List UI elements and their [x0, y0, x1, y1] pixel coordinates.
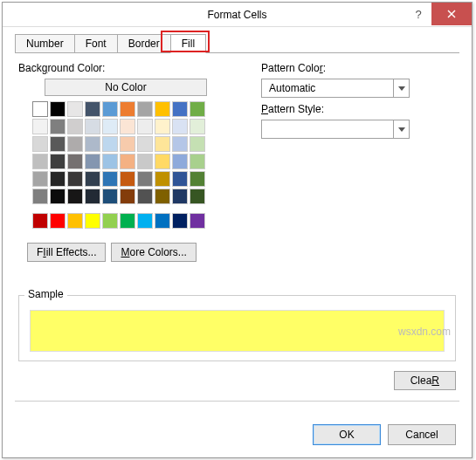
color-swatch[interactable] [102, 101, 118, 117]
color-swatch[interactable] [67, 189, 83, 204]
color-swatch[interactable] [137, 171, 153, 187]
color-swatch[interactable] [67, 119, 83, 134]
cancel-button[interactable]: Cancel [388, 424, 456, 445]
color-swatch[interactable] [67, 171, 83, 187]
dialog-buttons: OK Cancel [313, 424, 456, 445]
tab-font[interactable]: Font [74, 34, 118, 53]
color-swatch[interactable] [85, 154, 100, 169]
color-swatch[interactable] [120, 213, 135, 229]
fill-panel: Background Color: No Color FIill Effects… [3, 53, 472, 262]
clear-button[interactable]: CleaR [394, 371, 456, 390]
color-swatch[interactable] [102, 136, 118, 152]
color-swatch[interactable] [190, 154, 205, 169]
color-swatch[interactable] [85, 171, 100, 187]
color-swatch[interactable] [137, 154, 153, 169]
color-swatch[interactable] [32, 101, 48, 117]
background-color-label: Background Color: [18, 62, 235, 74]
titlebar: Format Cells ? [3, 3, 472, 27]
color-swatch[interactable] [50, 189, 66, 204]
color-swatch[interactable] [85, 119, 100, 134]
color-swatch[interactable] [155, 119, 170, 134]
color-swatch[interactable] [67, 136, 83, 152]
color-swatch[interactable] [190, 136, 205, 152]
color-swatch[interactable] [85, 189, 100, 204]
pattern-style-dropdown[interactable] [261, 120, 410, 139]
pattern-color-dropdown[interactable]: Automatic [261, 79, 410, 98]
color-swatch[interactable] [32, 154, 48, 169]
tab-border[interactable]: Border [117, 34, 171, 53]
color-swatch[interactable] [120, 101, 135, 117]
color-swatch[interactable] [137, 136, 153, 152]
color-swatch[interactable] [120, 119, 135, 134]
help-button[interactable]: ? [405, 3, 431, 25]
pattern-style-label: Pattern Style: [261, 103, 456, 115]
color-swatch[interactable] [32, 189, 48, 204]
color-swatch[interactable] [50, 101, 66, 117]
chevron-down-icon [393, 120, 409, 138]
color-swatch[interactable] [120, 136, 135, 152]
color-swatch[interactable] [102, 154, 118, 169]
sample-preview [30, 310, 445, 352]
color-swatch[interactable] [137, 189, 153, 204]
pattern-section: Pattern Color: Automatic Pattern Style: [261, 62, 456, 262]
color-swatch[interactable] [67, 154, 83, 169]
clear-row: CleaR [394, 371, 456, 390]
color-swatch[interactable] [32, 171, 48, 187]
color-swatch[interactable] [67, 213, 83, 229]
pattern-color-label: Pattern Color: [261, 62, 456, 74]
color-swatch[interactable] [190, 213, 205, 229]
color-swatch[interactable] [172, 154, 188, 169]
color-action-buttons: FIill Effects... More Colors... [27, 243, 235, 262]
color-swatch[interactable] [155, 136, 170, 152]
no-color-button[interactable]: No Color [45, 79, 207, 96]
color-swatch[interactable] [172, 189, 188, 204]
color-swatch[interactable] [102, 189, 118, 204]
fill-effects-button[interactable]: FIill Effects... [27, 243, 106, 262]
color-swatch[interactable] [32, 119, 48, 134]
color-swatch[interactable] [172, 171, 188, 187]
color-swatch[interactable] [172, 101, 188, 117]
color-swatch[interactable] [137, 119, 153, 134]
color-swatch[interactable] [50, 154, 66, 169]
sample-label: Sample [24, 288, 67, 300]
color-swatch[interactable] [67, 101, 83, 117]
color-swatch[interactable] [137, 101, 153, 117]
pattern-color-value: Automatic [269, 82, 315, 94]
color-swatch[interactable] [172, 119, 188, 134]
color-swatch[interactable] [190, 171, 205, 187]
color-swatch[interactable] [155, 154, 170, 169]
color-swatch[interactable] [50, 213, 66, 229]
color-swatch[interactable] [85, 213, 100, 229]
color-swatch[interactable] [102, 213, 118, 229]
color-swatch[interactable] [190, 101, 205, 117]
tab-fill[interactable]: Fill [170, 34, 206, 53]
color-swatch[interactable] [85, 101, 100, 117]
color-swatch[interactable] [155, 189, 170, 204]
separator [15, 401, 459, 402]
color-swatch[interactable] [155, 101, 170, 117]
color-swatch[interactable] [172, 136, 188, 152]
close-button[interactable] [431, 3, 472, 25]
color-swatch[interactable] [155, 171, 170, 187]
color-swatch[interactable] [50, 119, 66, 134]
color-swatch[interactable] [50, 171, 66, 187]
standard-color-row [32, 213, 235, 229]
ok-button[interactable]: OK [313, 424, 381, 445]
color-swatch[interactable] [120, 171, 135, 187]
color-swatch[interactable] [85, 136, 100, 152]
color-swatch[interactable] [50, 136, 66, 152]
color-swatch[interactable] [102, 119, 118, 134]
color-swatch[interactable] [120, 154, 135, 169]
color-swatch[interactable] [32, 136, 48, 152]
color-swatch[interactable] [190, 189, 205, 204]
color-swatch[interactable] [155, 213, 170, 229]
color-swatch[interactable] [120, 189, 135, 204]
color-swatch[interactable] [102, 171, 118, 187]
color-swatch[interactable] [137, 213, 153, 229]
background-color-section: Background Color: No Color FIill Effects… [18, 62, 235, 262]
color-swatch[interactable] [32, 213, 48, 229]
tab-number[interactable]: Number [15, 34, 75, 53]
more-colors-button[interactable]: More Colors... [111, 243, 196, 262]
color-swatch[interactable] [172, 213, 188, 229]
color-swatch[interactable] [190, 119, 205, 134]
